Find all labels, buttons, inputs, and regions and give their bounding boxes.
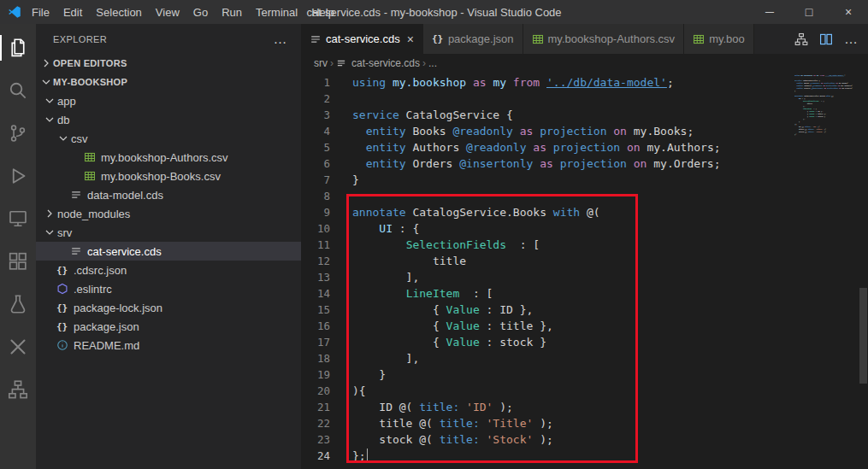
open-editors-section[interactable]: OPEN EDITORS (36, 54, 301, 73)
line-number: 16 (301, 318, 330, 334)
eslint-icon (56, 283, 73, 295)
chevron-right-icon (43, 207, 56, 220)
tree-item-readme-md[interactable]: README.md (36, 336, 301, 355)
line-number: 8 (301, 188, 330, 204)
vscode-window: FileEditSelectionViewGoRunTerminalHelp c… (0, 0, 868, 469)
tree-item-node-modules[interactable]: node_modules (36, 204, 301, 223)
line-number: 15 (301, 302, 330, 318)
run-and-debug-icon[interactable] (0, 155, 36, 197)
breadcrumb-item-cat-service-cds[interactable]: cat-service.cds (336, 57, 420, 69)
sidebar-title: EXPLORER (53, 34, 107, 44)
search-icon[interactable] (0, 69, 36, 112)
tab-label: my.boo (709, 32, 745, 45)
code-line: entity Orders @insertonly as projection … (352, 155, 721, 172)
tree-item-cat-service-cds[interactable]: cat-service.cds (36, 242, 301, 261)
menu-view[interactable]: View (149, 0, 186, 24)
table-green-icon (532, 33, 548, 45)
extensions-icon[interactable] (0, 240, 36, 283)
close-button[interactable]: × (829, 0, 868, 24)
activity-bar (0, 24, 36, 469)
breadcrumb-label: srv (314, 57, 328, 69)
tree-item-cdsrc-json[interactable]: {}.cdsrc.json (36, 261, 301, 279)
line-number: 6 (301, 155, 330, 172)
chevron-down-icon (43, 94, 56, 108)
breadcrumb: srv›cat-service.cds›... (301, 54, 868, 73)
file-label: package.json (74, 320, 139, 333)
source-control-icon[interactable] (0, 112, 36, 155)
cds-icon (70, 189, 86, 201)
workspace-section[interactable]: MY-BOOKSHOP (36, 73, 301, 91)
menu-run[interactable]: Run (215, 0, 249, 24)
chevron-down-icon (39, 75, 53, 89)
breadcrumb-item-[interactable]: ... (428, 57, 437, 69)
minimize-button[interactable]: ─ (750, 0, 789, 24)
tree-item-srv[interactable]: srv (36, 223, 301, 242)
explorer-more-actions-icon[interactable]: … (274, 32, 287, 47)
menu-terminal[interactable]: Terminal (249, 0, 304, 24)
open-editors-label: OPEN EDITORS (53, 58, 127, 68)
file-label: .eslintrc (74, 283, 112, 296)
file-label: README.md (74, 339, 139, 352)
menu-file[interactable]: File (25, 0, 56, 24)
tree-item-package-json[interactable]: {}package.json (36, 317, 301, 336)
tools-icon[interactable] (0, 325, 36, 368)
chevron-down-icon (43, 226, 56, 239)
tree-item-db[interactable]: db (36, 110, 301, 129)
minimap-content: using my.bookshop as my from '../db/data… (794, 74, 858, 136)
open-graph-icon[interactable] (792, 30, 811, 49)
code-line: entity Authors @readonly as projection o… (352, 139, 721, 155)
line-number: 10 (301, 220, 330, 237)
menu-bar: FileEditSelectionViewGoRunTerminalHelp (25, 0, 341, 24)
file-label: node_modules (57, 208, 130, 220)
tree-item-my-bookshop-books-csv[interactable]: my.bookshop-Books.csv (36, 167, 301, 185)
line-number: 9 (301, 204, 330, 220)
menu-go[interactable]: Go (186, 0, 215, 24)
table-green-icon (693, 33, 709, 45)
remote-explorer-icon[interactable] (0, 197, 36, 240)
sitemap-icon[interactable] (0, 368, 36, 411)
scrollbar-thumb[interactable] (859, 288, 867, 384)
tabs: cat-service.cds×{}package.jsonmy.booksho… (301, 24, 754, 54)
tree-item-package-lock-json[interactable]: {}package-lock.json (36, 298, 301, 317)
annotation-box (346, 194, 638, 463)
tree-item-csv[interactable]: csv (36, 129, 301, 148)
code-line: service CatalogService { (352, 107, 721, 123)
tree-item-app[interactable]: app (36, 91, 301, 110)
tab-label: cat-service.cds (326, 32, 400, 45)
minimap-line: }; (794, 133, 858, 136)
file-label: my.bookshop-Books.csv (101, 170, 221, 183)
close-tab-icon[interactable]: × (407, 32, 414, 46)
sidebar-header: EXPLORER … (36, 24, 301, 54)
minimap-line: entity Orders @insertonly as projection … (794, 87, 858, 90)
explorer-sidebar: EXPLORER … OPEN EDITORS MY-BOOKSHOP appd… (36, 24, 301, 469)
minimap[interactable]: using my.bookshop as my from '../db/data… (794, 74, 858, 245)
chevron-right-icon (39, 56, 53, 70)
more-actions-icon[interactable]: … (841, 30, 860, 49)
file-label: my.bookshop-Authors.csv (101, 151, 228, 164)
code-line: } (352, 172, 721, 188)
file-label: .cdsrc.json (74, 264, 127, 277)
tree-item-eslintrc[interactable]: .eslintrc (36, 279, 301, 298)
window-controls: ─□× (750, 0, 868, 24)
menu-help[interactable]: Help (304, 0, 341, 24)
tab-package-json[interactable]: {}package.json (423, 24, 523, 54)
tree-item-my-bookshop-authors-csv[interactable]: my.bookshop-Authors.csv (36, 148, 301, 167)
tab-cat-service-cds[interactable]: cat-service.cds× (301, 24, 423, 54)
code-line: using my.bookshop as my from '../db/data… (352, 74, 721, 91)
breadcrumb-label: cat-service.cds (351, 57, 420, 69)
maximize-button[interactable]: □ (789, 0, 829, 24)
menu-edit[interactable]: Edit (56, 0, 89, 24)
cds-icon (310, 33, 326, 45)
tab-my-boo[interactable]: my.boo (684, 24, 754, 54)
tree-item-data-model-cds[interactable]: data-model.cds (36, 185, 301, 204)
explorer-icon[interactable] (0, 26, 36, 69)
chevron-down-icon (56, 132, 70, 145)
breadcrumb-item-srv[interactable]: srv (314, 57, 328, 69)
split-editor-icon[interactable] (817, 30, 836, 49)
testing-icon[interactable] (0, 283, 36, 325)
json-icon: {} (56, 321, 73, 332)
tab-my-bookshop-authors-csv[interactable]: my.bookshop-Authors.csv (523, 24, 685, 54)
chevron-down-icon (43, 113, 56, 126)
line-number: 18 (301, 350, 330, 366)
menu-selection[interactable]: Selection (89, 0, 148, 24)
